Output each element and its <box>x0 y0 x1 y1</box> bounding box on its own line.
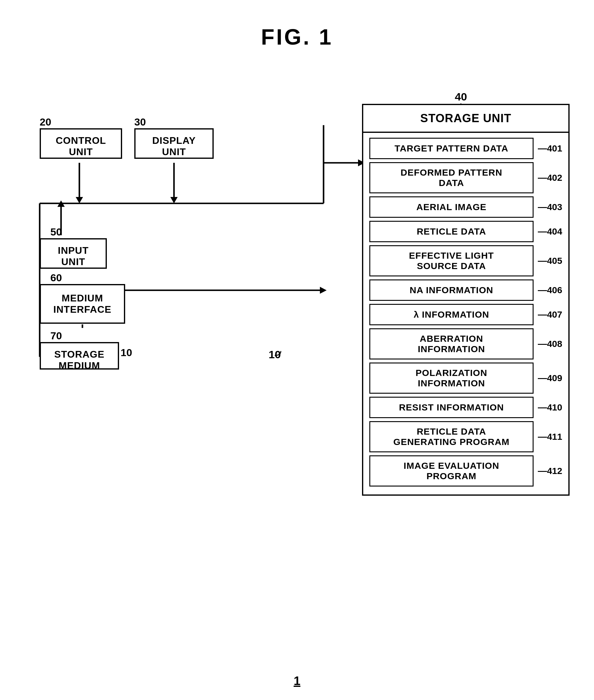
page-number: 1 <box>294 674 300 688</box>
storage-item-box-403: AERIAL IMAGE <box>369 196 534 218</box>
storage-row: AERIAL IMAGE—403 <box>369 196 562 218</box>
storage-item-ref-411: —411 <box>538 432 562 442</box>
page-title: FIG. 1 <box>0 0 594 50</box>
storage-item-ref-407: —407 <box>538 309 562 320</box>
storage-row: EFFECTIVE LIGHT SOURCE DATA—405 <box>369 245 562 277</box>
svg-marker-1 <box>76 197 83 203</box>
storage-item-box-401: TARGET PATTERN DATA <box>369 138 534 159</box>
storage-row: ABERRATION INFORMATION—408 <box>369 328 562 359</box>
storage-item-ref-410: —410 <box>538 402 562 413</box>
storage-item-box-411: RETICLE DATA GENERATING PROGRAM <box>369 421 534 452</box>
display-unit-ref: 30 <box>134 116 146 128</box>
storage-medium-box: STORAGE MEDIUM <box>40 342 119 370</box>
svg-marker-12 <box>320 287 327 294</box>
storage-item-box-402: DEFORMED PATTERN DATA <box>369 162 534 193</box>
svg-text:10: 10 <box>269 349 281 360</box>
storage-item-ref-408: —408 <box>538 339 562 349</box>
svg-marker-9 <box>57 200 65 207</box>
storage-item-ref-412: —412 <box>538 466 562 476</box>
storage-row: POLARIZATION INFORMATION—409 <box>369 362 562 394</box>
storage-item-box-409: POLARIZATION INFORMATION <box>369 362 534 394</box>
storage-item-box-406: NA INFORMATION <box>369 280 534 301</box>
control-unit-box: CONTROL UNIT <box>40 128 122 159</box>
input-unit-ref: 50 <box>51 226 62 238</box>
storage-unit-title: STORAGE UNIT <box>363 105 568 133</box>
storage-item-ref-404: —404 <box>538 226 562 237</box>
storage-items-list: TARGET PATTERN DATA—401DEFORMED PATTERN … <box>363 133 568 495</box>
storage-row: IMAGE EVALUATION PROGRAM—412 <box>369 455 562 486</box>
medium-interface-ref: 60 <box>51 272 62 284</box>
storage-row: λ INFORMATION—407 <box>369 304 562 325</box>
storage-row: RESIST INFORMATION—410 <box>369 397 562 418</box>
storage-item-box-410: RESIST INFORMATION <box>369 397 534 418</box>
svg-marker-3 <box>170 197 178 203</box>
storage-item-box-407: λ INFORMATION <box>369 304 534 325</box>
input-unit-box: INPUT UNIT <box>40 238 107 269</box>
control-unit-ref: 20 <box>40 116 51 128</box>
storage-item-ref-406: —406 <box>538 285 562 295</box>
storage-unit-container: STORAGE UNIT TARGET PATTERN DATA—401DEFO… <box>362 104 569 496</box>
display-unit-box: DISPLAY UNIT <box>134 128 214 159</box>
storage-row: RETICLE DATA—404 <box>369 221 562 242</box>
storage-item-box-404: RETICLE DATA <box>369 221 534 242</box>
system-ref: 10 <box>121 347 132 358</box>
storage-item-ref-401: —401 <box>538 143 562 154</box>
diagram-container: 40 10 CONTROL UNIT 20 DISPLAY UNIT 30 IN… <box>0 67 594 675</box>
storage-item-ref-402: —402 <box>538 172 562 183</box>
storage-row: NA INFORMATION—406 <box>369 280 562 301</box>
storage-item-box-412: IMAGE EVALUATION PROGRAM <box>369 455 534 486</box>
storage-row: TARGET PATTERN DATA—401 <box>369 138 562 159</box>
storage-item-ref-403: —403 <box>538 202 562 212</box>
storage-row: RETICLE DATA GENERATING PROGRAM—411 <box>369 421 562 452</box>
storage-item-box-408: ABERRATION INFORMATION <box>369 328 534 359</box>
svg-text:40: 40 <box>455 91 467 103</box>
storage-item-ref-405: —405 <box>538 256 562 266</box>
storage-item-box-405: EFFECTIVE LIGHT SOURCE DATA <box>369 245 534 277</box>
medium-interface-box: MEDIUM INTERFACE <box>40 284 125 324</box>
storage-item-ref-409: —409 <box>538 373 562 383</box>
storage-row: DEFORMED PATTERN DATA—402 <box>369 162 562 193</box>
storage-medium-ref: 70 <box>51 330 62 342</box>
